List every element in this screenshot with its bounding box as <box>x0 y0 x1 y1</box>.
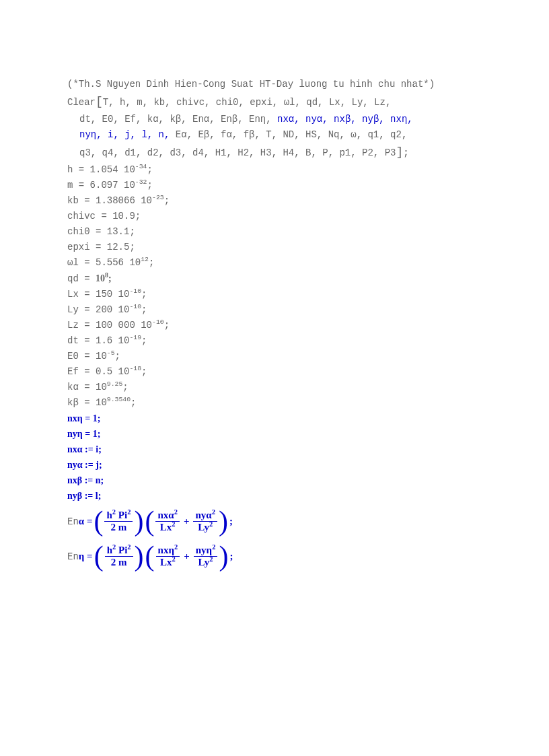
eneta-prefix: En <box>67 551 79 562</box>
clear-args-4: q3, q4, d1, d2, d3, d4, H1, H2, H3, H4, … <box>79 147 396 158</box>
frac-nyeta: nyη2 Ly2 <box>194 545 218 568</box>
assign-Lz: Lz = 100 000 10-10; <box>67 318 484 333</box>
frac-nyalpha: nyα2 Ly2 <box>193 510 217 532</box>
clear-args-2b: nxα, nyα, nxβ, nyβ, nxη, <box>277 114 413 125</box>
assign-ka: kα = 109.25; <box>67 380 484 394</box>
clear-args-3b: Eα, Eβ, fα, fβ, T, ND, HS, Nq, ω, q1, q2… <box>170 129 407 140</box>
assign-Ef: Ef = 0.5 10-18; <box>67 365 484 379</box>
assign-Ly: Ly = 200 10-10; <box>67 303 484 317</box>
assign-nxeta: nxη = 1; <box>67 411 484 425</box>
frac-nxalpha: nxα2 Lx2 <box>155 510 179 532</box>
clear-call-line4: q3, q4, d1, d2, d3, d4, H1, H2, H3, H4, … <box>67 143 484 162</box>
eneta-lhs: η = <box>79 551 93 561</box>
assign-h: h = 1.054 10-34; <box>67 163 484 177</box>
assign-kb: kb = 1.38066 10-23; <box>67 194 484 208</box>
assign-qd: qd = 108; <box>67 271 484 286</box>
clear-fn: Clear <box>67 97 96 108</box>
assign-epxi: epxi = 12.5; <box>67 240 484 254</box>
assign-chi0: chi0 = 13.1; <box>67 225 484 239</box>
assign-Lx: Lx = 150 10-10; <box>67 287 484 302</box>
semi-2: ; <box>229 549 233 564</box>
clear-call-line1: Clear[T, h, m, kb, chivc, chi0, epxi, ωl… <box>67 93 484 111</box>
equation-en-alpha: Enα = ( h2 Pi2 2 m ) ( nxα2 Lx2 + nyα2 L… <box>67 507 484 535</box>
assign-nxbeta: nxβ := n; <box>67 473 484 487</box>
document-page: (*Th.S Nguyen Dinh Hien-Cong Suat HT-Day… <box>67 77 484 577</box>
qd-lhs: qd = <box>67 273 96 284</box>
assign-dt: dt = 1.6 10-19; <box>67 334 484 348</box>
frac-hpi: h2 Pi2 2 m <box>104 510 133 532</box>
enalpha-lhs: α = <box>79 516 93 526</box>
code-comment: (*Th.S Nguyen Dinh Hien-Cong Suat HT-Day… <box>67 77 484 92</box>
assign-nyeta: nyη = 1; <box>67 427 484 441</box>
semi: ; <box>229 514 233 529</box>
assign-nxalpha: nxα := i; <box>67 442 484 456</box>
clear-call-line3: nyη, i, j, l, n, Eα, Eβ, fα, fβ, T, ND, … <box>67 128 484 142</box>
qd-val: 108; <box>96 273 112 283</box>
frac-hpi-2: h2 Pi2 2 m <box>105 545 133 568</box>
assign-kbeta: kβ = 109.3540; <box>67 396 484 410</box>
enalpha-prefix: En <box>67 516 79 527</box>
assign-m: m = 6.097 10-32; <box>67 178 484 193</box>
clear-args-2a: dt, E0, Ef, kα, kβ, Enα, Enβ, Enη, <box>79 114 277 125</box>
assign-chivc: chivc = 10.9; <box>67 209 484 224</box>
assign-E0: E0 = 10-5; <box>67 349 484 364</box>
assign-wl: ωl = 5.556 1012; <box>67 256 484 270</box>
clear-args-1: T, h, m, kb, chivc, chi0, epxi, ωl, qd, … <box>103 97 391 108</box>
equation-en-eta: Enη = ( h2 Pi2 2 m ) ( nxη2 Lx2 + nyη2 L… <box>67 542 484 570</box>
assign-nybeta: nyβ := l; <box>67 489 484 503</box>
assign-nyalpha: nyα := j; <box>67 458 484 472</box>
frac-nxeta: nxη2 Lx2 <box>156 545 180 568</box>
clear-args-3a: nyη, i, j, l, n, <box>79 129 170 140</box>
clear-call-line2: dt, E0, Ef, kα, kβ, Enα, Enβ, Enη, nxα, … <box>67 112 484 127</box>
